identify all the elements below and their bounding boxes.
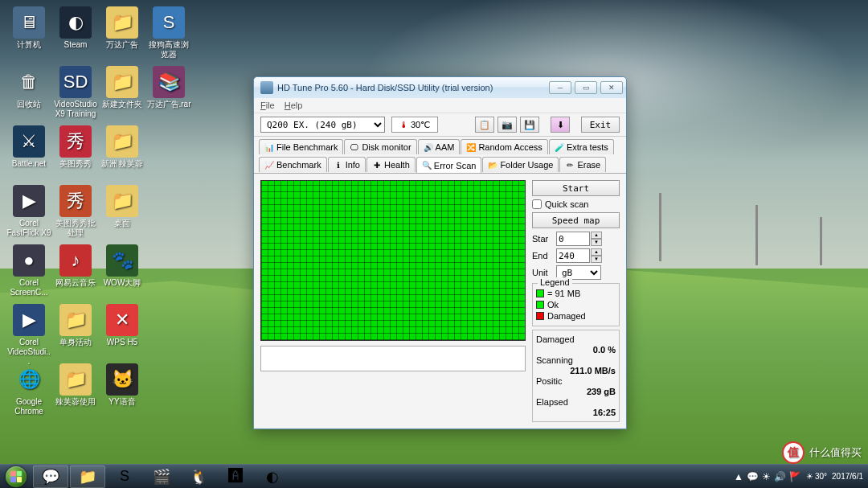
save-button[interactable]: 💾: [520, 117, 539, 133]
titlebar[interactable]: HD Tune Pro 5.60 - Hard Disk/SSD Utility…: [254, 77, 626, 98]
watermark: 值 什么值得买: [782, 441, 862, 464]
tab-random-access[interactable]: 🔀Random Access: [461, 139, 547, 154]
desktop-icon[interactable]: 📁单身活动: [53, 304, 98, 355]
quick-scan-checkbox[interactable]: [532, 199, 542, 209]
desktop-icon[interactable]: 📁辣芙蓉使用: [53, 363, 98, 415]
desktop-icon[interactable]: SDVideoStudio X9 Training: [53, 66, 98, 117]
tab-file-benchmark[interactable]: 📊File Benchmark: [259, 139, 343, 154]
desktop-icon[interactable]: S搜狗高速浏览器: [146, 6, 191, 58]
exit-button[interactable]: Exit: [581, 117, 620, 133]
desktop-icon[interactable]: ●Corel ScreenC...: [6, 244, 51, 296]
taskbar-item[interactable]: 📁: [70, 465, 105, 488]
close-button[interactable]: ✕: [600, 81, 623, 94]
desktop-icon[interactable]: 🗑回收站: [6, 66, 51, 117]
toolbar: Q200 EX. (240 gB) 🌡30℃ 📋 📷 💾 ⬇ Exit: [254, 113, 626, 137]
tab-folder-usage[interactable]: 📂Folder Usage: [482, 157, 559, 172]
desktop-icon[interactable]: 🌐Google Chrome: [6, 363, 51, 415]
quick-scan-label: Quick scan: [545, 199, 588, 209]
tray-icon[interactable]: 🔊: [774, 471, 786, 482]
drive-select[interactable]: Q200 EX. (240 gB): [260, 117, 385, 133]
desktop-icon[interactable]: 📁新建文件夹: [100, 66, 145, 117]
desktop-icon[interactable]: ⚔Battle.net: [6, 125, 51, 177]
desktop-icon[interactable]: 🐾WOW大脚: [100, 244, 145, 296]
taskbar: 💬📁S🎬🐧🅰◐ ▲💬☀🔊🚩 ☀30° 2017/6/1: [0, 464, 868, 488]
taskbar-item[interactable]: 💬: [33, 465, 68, 488]
stats-panel: Damaged 0.0 % Scanning 211.0 MB/s Positi…: [532, 330, 620, 422]
tab-aam[interactable]: 🔊AAM: [418, 139, 461, 154]
taskbar-clock[interactable]: 2017/6/1: [832, 472, 863, 482]
desktop-icon[interactable]: ▶Corel FastFlick X9: [6, 185, 51, 236]
end-input[interactable]: [556, 248, 590, 263]
start-input[interactable]: [556, 232, 590, 246]
scan-map: [260, 180, 526, 341]
tray-icon[interactable]: ▲: [734, 471, 743, 482]
desktop-icon[interactable]: 📁桌面: [100, 185, 145, 236]
tray-icon[interactable]: ☀: [762, 471, 771, 482]
desktop-icon[interactable]: ✕WPS H5: [100, 304, 145, 355]
tab-row-2: 📈BenchmarkℹInfo✚Health🔍Error Scan📂Folder…: [254, 154, 626, 174]
app-icon: [260, 81, 273, 94]
hdtune-window: HD Tune Pro 5.60 - Hard Disk/SSD Utility…: [253, 76, 627, 429]
end-up[interactable]: ▲: [591, 248, 602, 256]
tab-row-1: 📊File Benchmark🖵Disk monitor🔊AAM🔀Random …: [254, 137, 626, 154]
legend-ok-icon: [536, 301, 544, 309]
legend-block-icon: [536, 289, 544, 297]
tab-health[interactable]: ✚Health: [366, 157, 416, 172]
desktop-icon[interactable]: ▶Corel VideoStudi...: [6, 304, 51, 355]
speed-map-button[interactable]: Speed map: [532, 212, 620, 228]
taskbar-item[interactable]: 🐧: [181, 465, 216, 488]
desktop-icon[interactable]: 📁新洲 辣芙蓉: [100, 125, 145, 177]
taskbar-item[interactable]: 🅰: [218, 465, 253, 488]
menubar: File Help: [254, 98, 626, 113]
menu-help[interactable]: Help: [285, 100, 303, 110]
tab-info[interactable]: ℹInfo: [328, 157, 366, 172]
taskbar-item[interactable]: S: [107, 465, 142, 488]
screenshot-button[interactable]: 📷: [497, 117, 517, 133]
legend-damaged-icon: [536, 312, 544, 320]
start-button[interactable]: [0, 465, 32, 489]
desktop-icon[interactable]: 📁万达广告: [100, 6, 145, 58]
maximize-button[interactable]: ▭: [575, 81, 597, 94]
log-box: [260, 346, 526, 371]
tray-icon[interactable]: 💬: [747, 471, 759, 482]
minimize-button[interactable]: ─: [549, 81, 571, 94]
menu-file[interactable]: File: [260, 100, 275, 110]
desktop-icon[interactable]: 🐱YY语音: [100, 363, 145, 415]
end-down[interactable]: ▼: [591, 256, 602, 263]
start-up[interactable]: ▲: [591, 232, 602, 239]
tab-erase[interactable]: ✏Erase: [559, 157, 606, 172]
desktop-icon[interactable]: 秀美图秀秀: [53, 125, 98, 177]
copy-button[interactable]: 📋: [475, 117, 494, 133]
tray-icon[interactable]: 🚩: [789, 471, 801, 482]
tab-extra-tests[interactable]: 🧪Extra tests: [549, 139, 614, 154]
taskbar-item[interactable]: 🎬: [144, 465, 179, 488]
desktop-icon[interactable]: ◐Steam: [53, 6, 98, 58]
desktop-icon[interactable]: 秀美图秀秀批处理: [53, 185, 98, 236]
tab-disk-monitor[interactable]: 🖵Disk monitor: [344, 139, 416, 154]
desktop-icon[interactable]: 🖥计算机: [6, 6, 51, 58]
tab-error-scan[interactable]: 🔍Error Scan: [416, 157, 482, 173]
start-down[interactable]: ▼: [591, 239, 602, 246]
tab-benchmark[interactable]: 📈Benchmark: [259, 157, 327, 172]
refresh-button[interactable]: ⬇: [551, 117, 570, 133]
desktop-icon[interactable]: 📚万达广告.rar: [146, 66, 191, 117]
desktop-icon[interactable]: ♪网易云音乐: [53, 244, 98, 296]
temperature-display: 🌡30℃: [391, 117, 438, 133]
window-title: HD Tune Pro 5.60 - Hard Disk/SSD Utility…: [277, 83, 493, 92]
taskbar-item[interactable]: ◐: [255, 465, 290, 488]
start-button[interactable]: Start: [532, 180, 620, 196]
